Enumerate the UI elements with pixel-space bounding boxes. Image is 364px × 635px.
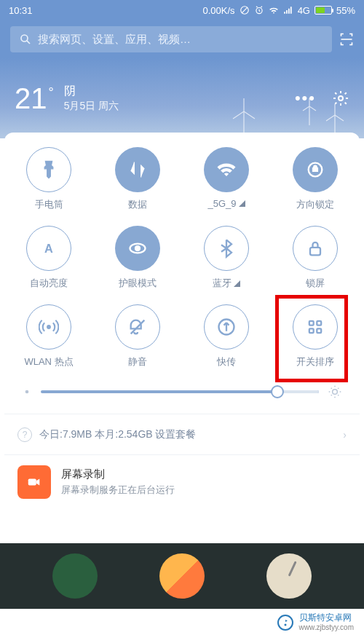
svg-line-4 [27, 41, 30, 44]
weather-header[interactable]: 21° 阴 5月5日 周六 ••• [0, 58, 364, 138]
svg-rect-28 [309, 328, 314, 333]
svg-rect-27 [317, 321, 321, 326]
toggle-eye-mode[interactable]: 护眼模式 [93, 226, 182, 290]
grid-sort-icon [293, 304, 338, 350]
toggle-label: 锁屏 [306, 277, 325, 290]
status-time: 10:31 [9, 5, 203, 16]
search-placeholder: 搜索网页、设置、应用、视频… [38, 33, 191, 47]
status-bar: 10:31 0.00K/s 4G 55% [0, 0, 364, 20]
svg-line-7 [244, 111, 255, 119]
screen-record-icon [17, 465, 51, 499]
svg-rect-32 [28, 478, 36, 485]
quick-settings-panel: 手电筒数据_5G_9方向锁定A自动亮度护眼模式蓝牙锁屏WLAN 热点静音快传开关… [4, 133, 360, 526]
toggle-flashlight[interactable]: 手电筒 [4, 147, 93, 211]
mute-icon [115, 304, 160, 350]
temperature: 21° [15, 82, 54, 115]
eye-mode-icon [115, 226, 160, 271]
data-swap-icon [115, 147, 160, 192]
data-usage-text: 今日:7.9MB 本月:2.54GB 设置套餐 [39, 428, 197, 441]
app-messages-icon[interactable] [159, 553, 205, 599]
svg-point-33 [284, 623, 286, 626]
slider-track[interactable] [41, 390, 319, 393]
bluetooth-icon [204, 226, 249, 271]
help-icon: ? [17, 427, 32, 442]
slider-thumb[interactable] [271, 385, 284, 398]
wifi-icon [269, 5, 279, 15]
weather-info: 阴 5月5日 周六 [64, 83, 119, 114]
toggle-wifi[interactable]: _5G_9 [182, 147, 271, 211]
alarm-icon [254, 5, 264, 15]
toggle-data-swap[interactable]: 数据 [93, 147, 182, 211]
watermark-logo-icon [277, 615, 293, 631]
toggle-label: 护眼模式 [119, 277, 157, 290]
svg-rect-26 [309, 321, 314, 326]
app-phone-icon[interactable] [52, 553, 98, 599]
toggle-label: 静音 [128, 355, 147, 368]
toggle-label: _5G_9 [207, 198, 245, 209]
brightness-max-icon [328, 384, 342, 399]
toggle-label: 手电筒 [35, 198, 63, 211]
toggle-label: 快传 [217, 355, 236, 368]
data-usage-row[interactable]: ? 今日:7.9MB 本月:2.54GB 设置套餐 › [4, 414, 360, 454]
svg-point-21 [135, 246, 141, 251]
battery-percent: 55% [336, 5, 355, 16]
app-clock-icon[interactable] [266, 553, 312, 599]
toggle-label: 方向锁定 [296, 198, 334, 211]
svg-text:A: A [44, 242, 53, 255]
svg-point-23 [47, 326, 51, 329]
toggle-label: 蓝牙 [213, 277, 240, 290]
toggle-lock[interactable]: 锁屏 [271, 226, 360, 290]
watermark-name: 贝斯特安卓网 [299, 612, 354, 623]
toggle-quick-transfer[interactable]: 快传 [182, 304, 271, 368]
svg-rect-29 [317, 328, 321, 333]
svg-line-12 [303, 106, 309, 111]
flashlight-icon [26, 147, 71, 192]
svg-line-11 [309, 106, 316, 111]
notification-text: 屏幕录制 屏幕录制服务正在后台运行 [61, 468, 175, 497]
toggle-label: 数据 [128, 198, 147, 211]
brightness-slider[interactable] [4, 368, 360, 402]
brightness-min-icon [22, 387, 32, 397]
search-input[interactable]: 搜索网页、设置、应用、视频… [10, 26, 332, 52]
wifi-icon [204, 147, 249, 192]
bottom-app-strip [0, 543, 364, 609]
search-row: 搜索网页、设置、应用、视频… [0, 20, 364, 58]
auto-brightness-icon: A [26, 226, 71, 271]
hotspot-icon [26, 304, 71, 350]
toggle-label: 自动亮度 [30, 277, 68, 290]
svg-line-1 [242, 7, 248, 13]
svg-point-31 [333, 390, 338, 395]
toggle-label: 开关排序 [296, 355, 334, 368]
watermark-url: www.zjbstyy.com [299, 623, 354, 632]
toggle-grid-sort[interactable]: 开关排序 [271, 304, 360, 368]
toggle-mute[interactable]: 静音 [93, 304, 182, 368]
dnd-icon [240, 5, 250, 15]
svg-point-30 [25, 390, 29, 394]
toggle-bluetooth[interactable]: 蓝牙 [182, 226, 271, 290]
toggles-grid: 手电筒数据_5G_9方向锁定A自动亮度护眼模式蓝牙锁屏WLAN 热点静音快传开关… [4, 147, 360, 368]
scan-icon[interactable] [339, 32, 354, 47]
svg-line-8 [233, 111, 244, 119]
net-speed: 0.00K/s [203, 5, 235, 16]
toggle-orientation-lock[interactable]: 方向锁定 [271, 147, 360, 211]
svg-rect-22 [310, 248, 320, 256]
quick-transfer-icon [204, 304, 249, 350]
svg-line-15 [335, 115, 344, 121]
toggle-label: WLAN 热点 [24, 355, 73, 368]
search-icon [19, 33, 32, 46]
toggle-hotspot[interactable]: WLAN 热点 [4, 304, 93, 368]
lock-icon [293, 226, 338, 271]
toggle-auto-brightness[interactable]: A自动亮度 [4, 226, 93, 290]
svg-line-16 [326, 115, 335, 121]
svg-point-3 [21, 35, 28, 42]
network-type: 4G [298, 5, 310, 16]
orientation-lock-icon [293, 147, 338, 192]
notification-item[interactable]: 屏幕录制 屏幕录制服务正在后台运行 [4, 454, 360, 509]
chevron-right-icon: › [343, 429, 347, 441]
battery-icon [314, 6, 332, 15]
status-indicators: 0.00K/s 4G 55% [203, 5, 355, 16]
signal-icon [283, 5, 293, 15]
watermark: 贝斯特安卓网 www.zjbstyy.com [0, 609, 364, 635]
